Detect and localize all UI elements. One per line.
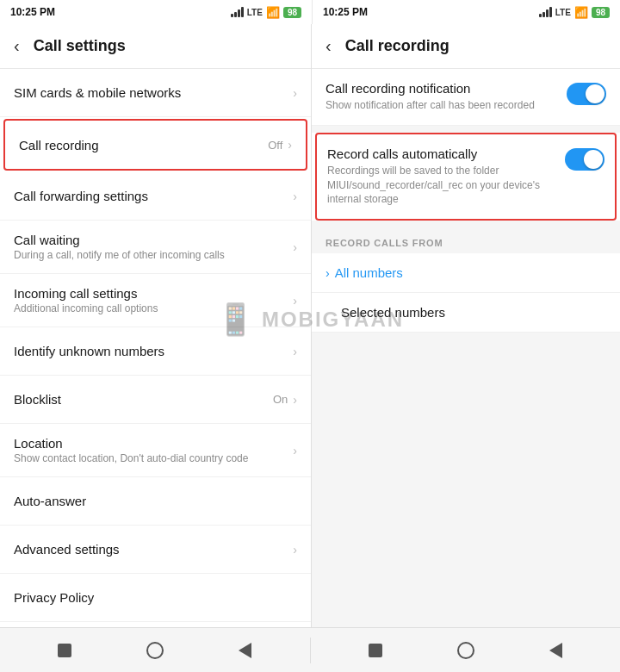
back-button-left[interactable]: ‹ <box>14 36 20 56</box>
bottom-nav-right <box>311 628 621 672</box>
menu-item-advanced-settings[interactable]: Advanced settings › <box>0 526 311 574</box>
menu-item-identify-unknown[interactable]: Identify unknown numbers › <box>0 327 311 376</box>
menu-item-sim-cards[interactable]: SIM cards & mobile networks › <box>0 69 311 117</box>
selected-chevron: › <box>326 266 330 280</box>
bottom-nav-left <box>0 628 310 672</box>
chevron-icon: › <box>293 444 297 457</box>
menu-list: SIM cards & mobile networks › Call recor… <box>0 69 311 627</box>
nav-square-left[interactable] <box>58 644 71 657</box>
back-button-right[interactable]: ‹ <box>326 36 332 56</box>
chevron-icon: › <box>293 543 297 557</box>
left-panel-title: Call settings <box>34 37 126 55</box>
record-automatically-item[interactable]: Record calls automatically Recordings wi… <box>315 133 617 221</box>
record-options: › All numbers Selected numbers <box>312 253 620 333</box>
menu-item-privacy-policy[interactable]: Privacy Policy <box>0 574 311 622</box>
nav-circle-left[interactable] <box>146 642 164 659</box>
right-panel-title: Call recording <box>345 37 450 55</box>
menu-item-incoming-call[interactable]: Incoming call settings Additional incomi… <box>0 274 311 327</box>
time-right: 10:25 PM <box>323 6 368 18</box>
notification-section: Call recording notification Show notific… <box>312 69 620 126</box>
notification-toggle[interactable] <box>567 83 606 105</box>
all-numbers-option[interactable]: › All numbers <box>312 253 620 293</box>
chevron-icon: › <box>293 393 297 407</box>
blocklist-value: On <box>273 393 288 406</box>
menu-item-call-waiting[interactable]: Call waiting During a call, notify me of… <box>0 221 311 274</box>
nav-back-right[interactable] <box>549 643 562 658</box>
wifi-icon-left: 📶 <box>266 6 280 19</box>
right-content: Call recording notification Show notific… <box>312 69 620 627</box>
wifi-icon-right: 📶 <box>574 6 588 19</box>
menu-item-call-recording[interactable]: Call recording Off › <box>3 119 307 171</box>
chevron-icon: › <box>293 86 297 100</box>
battery-right: 98 <box>592 7 610 18</box>
menu-item-blocklist[interactable]: Blocklist On › <box>0 376 311 424</box>
left-panel: ‹ Call settings SIM cards & mobile netwo… <box>0 24 312 627</box>
selected-numbers-option[interactable]: Selected numbers <box>312 293 620 333</box>
nav-circle-right[interactable] <box>457 642 474 659</box>
menu-item-auto-answer[interactable]: Auto-answer <box>0 477 311 526</box>
status-bar-left: 10:25 PM LTE 📶 98 <box>0 0 312 24</box>
chevron-icon: › <box>293 240 297 254</box>
left-header: ‹ Call settings <box>0 24 311 69</box>
chevron-icon: › <box>293 345 297 358</box>
auto-record-toggle[interactable] <box>565 148 604 171</box>
status-bar-right: 10:25 PM LTE 📶 98 <box>312 0 620 24</box>
call-recording-value: Off <box>268 139 282 152</box>
nav-back-left[interactable] <box>239 643 251 658</box>
chevron-icon: › <box>288 138 292 152</box>
chevron-icon: › <box>293 294 297 308</box>
right-header: ‹ Call recording <box>312 24 620 69</box>
record-calls-label: RECORD CALLS FROM <box>312 227 620 253</box>
menu-item-location[interactable]: Location Show contact location, Don't au… <box>0 424 311 477</box>
auto-record-section: Record calls automatically Recordings wi… <box>312 133 620 221</box>
chevron-icon: › <box>293 190 297 203</box>
call-recording-notification-item[interactable]: Call recording notification Show notific… <box>312 69 620 126</box>
right-panel: ‹ Call recording Call recording notifica… <box>312 24 620 627</box>
nav-square-right[interactable] <box>369 644 382 657</box>
time-left: 10:25 PM <box>10 6 55 18</box>
battery-left: 98 <box>283 7 301 18</box>
menu-item-call-forwarding[interactable]: Call forwarding settings › <box>0 172 311 221</box>
